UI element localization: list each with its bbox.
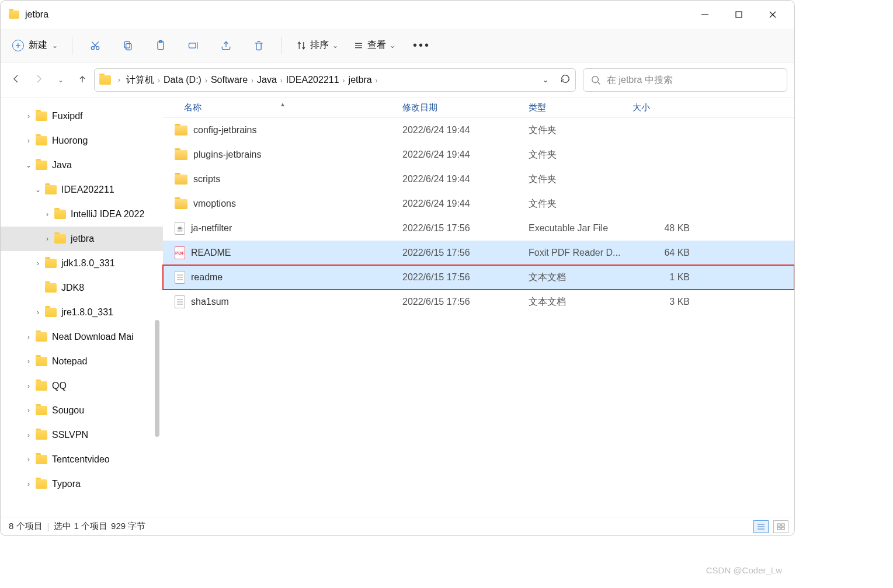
titlebar[interactable]: jetbra — [1, 1, 794, 29]
breadcrumb-item[interactable]: jetbra — [346, 75, 374, 85]
file-name: readme — [191, 272, 223, 283]
tree-item[interactable]: ›jre1.8.0_331 — [1, 300, 163, 325]
col-date[interactable]: 修改日期 — [402, 102, 529, 113]
svg-rect-22 — [777, 524, 780, 526]
breadcrumb-item[interactable]: Data (D:) — [161, 75, 204, 85]
tree-item[interactable]: ›Typora — [1, 472, 163, 496]
back-button[interactable] — [11, 74, 20, 86]
tree-item[interactable]: ›Notepad — [1, 349, 163, 374]
tree-item[interactable]: ›Fuxipdf — [1, 104, 163, 128]
breadcrumb-item[interactable]: Software — [209, 75, 250, 85]
forward-button[interactable] — [34, 74, 44, 86]
new-button-label: 新建 — [29, 39, 47, 51]
tree-item[interactable]: JDK8 — [1, 276, 163, 300]
scrollbar-thumb[interactable] — [155, 320, 159, 437]
cut-button[interactable] — [79, 34, 111, 57]
file-row[interactable]: vmoptions2022/6/24 19:44文件夹 — [163, 192, 794, 216]
tree-item[interactable]: ›Sougou — [1, 398, 163, 423]
address-chevron-icon[interactable]: ⌄ — [543, 76, 548, 84]
toolbar: + 新建 ⌄ 排序 ⌄ 查看 ⌄ ••• — [1, 29, 794, 62]
expand-icon[interactable]: › — [24, 480, 33, 488]
up-button[interactable] — [78, 74, 87, 86]
expand-icon[interactable]: › — [24, 455, 33, 464]
folder-icon — [36, 381, 47, 391]
maximize-button[interactable] — [722, 3, 756, 26]
breadcrumb-item[interactable]: IDEA202211 — [284, 75, 342, 85]
folder-icon — [36, 161, 47, 170]
file-row[interactable]: PDFREADME2022/6/15 17:56Foxit PDF Reader… — [163, 241, 794, 265]
folder-icon — [45, 308, 57, 317]
sort-dropdown[interactable]: 排序 ⌄ — [289, 39, 345, 51]
tree-item[interactable]: ›Huorong — [1, 128, 163, 153]
body: ›Fuxipdf›Huorong⌄Java⌄IDEA202211›Intelli… — [1, 98, 794, 517]
expand-icon[interactable]: › — [43, 210, 52, 218]
tree-item-label: Huorong — [52, 135, 88, 146]
separator — [72, 37, 72, 54]
expand-icon[interactable]: › — [24, 137, 33, 145]
search-box[interactable]: 在 jetbra 中搜索 — [583, 68, 787, 92]
tree-item[interactable]: ›IntelliJ IDEA 2022 — [1, 202, 163, 227]
file-type: 文件夹 — [529, 124, 633, 137]
tree-item[interactable]: ›QQ — [1, 374, 163, 398]
refresh-button[interactable] — [560, 74, 571, 86]
expand-icon[interactable]: › — [24, 357, 33, 366]
icons-view-button[interactable] — [773, 520, 788, 533]
paste-button[interactable] — [145, 34, 176, 57]
sort-label: 排序 — [310, 39, 329, 51]
file-type: 文件夹 — [529, 173, 633, 186]
col-name[interactable]: 名称 — [184, 102, 201, 112]
watermark: CSDN @Coder_Lw — [706, 565, 782, 575]
expand-icon[interactable]: › — [24, 112, 33, 120]
expand-icon[interactable]: › — [24, 382, 33, 390]
view-dropdown[interactable]: 查看 ⌄ — [346, 39, 402, 51]
address-bar[interactable]: › 计算机›Data (D:)›Software›Java›IDEA202211… — [94, 68, 576, 92]
col-type[interactable]: 类型 — [529, 102, 633, 113]
more-button[interactable]: ••• — [404, 39, 440, 52]
details-view-button[interactable] — [753, 520, 769, 533]
tree-item[interactable]: ›jetbra — [1, 227, 163, 251]
status-bar: 8 个项目 | 选中 1 个项目 929 字节 — [1, 517, 794, 535]
expand-icon[interactable]: › — [24, 333, 33, 341]
tree-item[interactable]: ⌄IDEA202211 — [1, 178, 163, 202]
folder-icon — [36, 112, 47, 121]
file-row[interactable]: plugins-jetbrains2022/6/24 19:44文件夹 — [163, 142, 794, 167]
delete-button[interactable] — [243, 34, 274, 57]
file-type: Foxit PDF Reader D... — [529, 248, 633, 258]
tree-item[interactable]: ›jdk1.8.0_331 — [1, 251, 163, 276]
history-chevron-icon[interactable]: ⌄ — [58, 76, 64, 84]
copy-button[interactable] — [112, 34, 144, 57]
expand-icon[interactable]: › — [33, 259, 43, 267]
close-button[interactable] — [756, 3, 790, 26]
minimize-button[interactable] — [688, 3, 722, 26]
expand-icon[interactable]: › — [24, 406, 33, 415]
file-row[interactable]: sha1sum2022/6/15 17:56文本文档3 KB — [163, 290, 794, 314]
column-headers[interactable]: 名称▲ 修改日期 类型 大小 — [163, 98, 794, 118]
share-button[interactable] — [210, 34, 242, 57]
tree-item[interactable]: ›Tentcentvideo — [1, 447, 163, 472]
col-size[interactable]: 大小 — [633, 102, 697, 113]
file-size: 64 KB — [633, 248, 697, 258]
chevron-right-icon: › — [374, 76, 379, 85]
expand-icon[interactable]: › — [33, 308, 43, 316]
expand-icon[interactable]: › — [43, 235, 52, 243]
tree-item[interactable]: ›Neat Download Mai — [1, 325, 163, 349]
rename-button[interactable] — [178, 34, 209, 57]
expand-icon[interactable]: ⌄ — [33, 186, 43, 194]
chevron-right-icon: › — [117, 76, 121, 84]
nav-tree[interactable]: ›Fuxipdf›Huorong⌄Java⌄IDEA202211›Intelli… — [1, 98, 163, 517]
tree-item[interactable]: ⌄Java — [1, 153, 163, 178]
breadcrumb-item[interactable]: 计算机 — [124, 75, 157, 85]
file-row[interactable]: readme2022/6/15 17:56文本文档1 KB — [163, 265, 794, 290]
nav-buttons: ⌄ — [11, 74, 87, 86]
breadcrumb-item[interactable]: Java — [255, 75, 279, 85]
expand-icon[interactable]: › — [24, 431, 33, 439]
file-row[interactable]: ☕ja-netfilter2022/6/15 17:56Executable J… — [163, 216, 794, 241]
file-list: 名称▲ 修改日期 类型 大小 config-jetbrains2022/6/24… — [163, 98, 794, 517]
file-row[interactable]: config-jetbrains2022/6/24 19:44文件夹 — [163, 118, 794, 142]
new-button[interactable]: + 新建 ⌄ — [5, 37, 65, 54]
expand-icon[interactable]: ⌄ — [24, 161, 33, 169]
chevron-right-icon: › — [279, 76, 284, 85]
file-row[interactable]: scripts2022/6/24 19:44文件夹 — [163, 167, 794, 192]
file-date: 2022/6/15 17:56 — [402, 297, 529, 307]
tree-item[interactable]: ›SSLVPN — [1, 423, 163, 447]
